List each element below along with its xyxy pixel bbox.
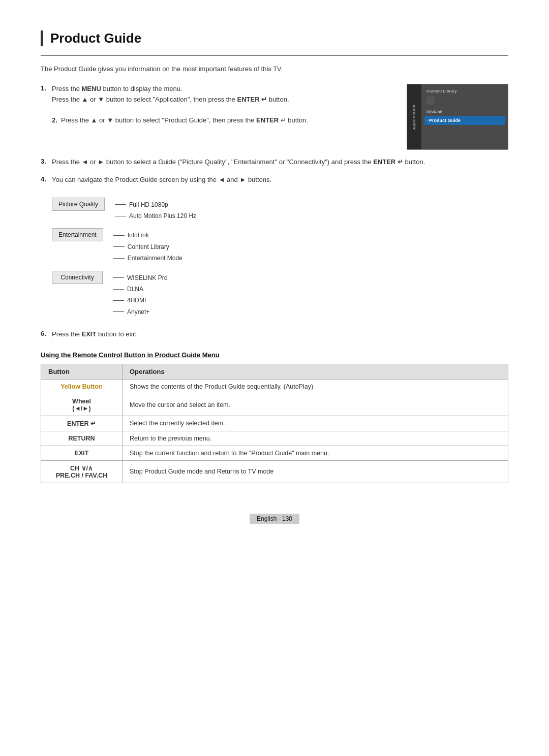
item-anynet-label: Anynet+: [127, 307, 149, 317]
step-4: 4. You can navigate the Product Guide sc…: [41, 175, 508, 185]
step-3-enter-bold: ENTER ↵: [373, 158, 403, 166]
item-entertainment-mode-label: Entertainment Mode: [128, 253, 182, 263]
tv-sidebar-label: Application: [411, 104, 418, 130]
item-4hdmi: 4HDMI: [113, 295, 167, 305]
category-entertainment: Entertainment: [52, 228, 103, 241]
step-1-menu-bold: MENU: [82, 85, 101, 92]
step-3-number: 3.: [41, 157, 52, 165]
dash-content-library: [113, 246, 125, 247]
table-header-row: Button Operations: [41, 364, 508, 379]
dash-entertainment-mode: [113, 258, 125, 259]
table-cell-operation: Return to the previous menu.: [123, 431, 508, 446]
step-6-exit-bold: EXIT: [82, 330, 97, 338]
item-wiselink-label: WISELINK Pro: [127, 273, 167, 283]
item-entertainment-mode: Entertainment Mode: [113, 253, 182, 263]
footer-badge: English - 130: [250, 514, 299, 524]
category-connectivity-box: Connectivity: [52, 271, 103, 284]
table-cell-button: Yellow Button: [41, 379, 123, 394]
table-cell-button: Wheel (◄/►): [41, 394, 123, 416]
step-1-line1-suffix: button to display the menu.: [101, 85, 182, 92]
table-row: Yellow ButtonShows the contents of the P…: [41, 379, 508, 394]
table-row: ENTER ↵Select the currently selected ite…: [41, 416, 508, 431]
step-1: 1. Press the MENU button to display the …: [41, 84, 508, 150]
item-dlna: DLNA: [113, 284, 167, 294]
step-2-enter-bold: ENTER: [256, 116, 279, 124]
guide-row-connectivity: Connectivity WISELINK Pro DLNA 4HDMI Any…: [52, 271, 508, 318]
table-cell-operation: Stop the current function and return to …: [123, 446, 508, 460]
tv-screenshot: Application Content Library InfoLink · P…: [407, 84, 508, 150]
item-full-hd: Full HD 1080p: [115, 200, 196, 210]
step-3: 3. Press the ◄ or ► button to select a G…: [41, 157, 508, 168]
step-4-content: You can navigate the Product Guide scree…: [52, 175, 508, 185]
category-entertainment-box: Entertainment: [52, 228, 103, 241]
table-cell-button: CH ∨/∧ PRE.CH / FAV.CH: [41, 460, 123, 483]
item-anynet: Anynet+: [113, 307, 167, 317]
guide-row-picture-quality: Picture Quality Full HD 1080p Auto Motio…: [52, 198, 508, 222]
dash-wiselink: [113, 277, 124, 278]
step-1-number: 1.: [41, 84, 52, 92]
dash-auto-motion: [115, 216, 126, 216]
item-auto-motion-label: Auto Motion Plus 120 Hz: [129, 211, 196, 221]
step-6-suffix: button to exit.: [96, 330, 138, 338]
item-auto-motion: Auto Motion Plus 120 Hz: [115, 211, 196, 221]
guide-diagram: Picture Quality Full HD 1080p Auto Motio…: [52, 198, 508, 318]
table-cell-button: EXIT: [41, 446, 123, 460]
item-dlna-label: DLNA: [127, 284, 143, 294]
step-6-number: 6.: [41, 329, 52, 337]
entertainment-items: InfoLink Content Library Entertainment M…: [103, 228, 182, 263]
connectivity-items: WISELINK Pro DLNA 4HDMI Anynet+: [103, 271, 167, 318]
category-picture-quality: Picture Quality: [52, 198, 105, 211]
item-4hdmi-label: 4HDMI: [127, 295, 146, 305]
item-infolink-label: InfoLink: [128, 230, 149, 240]
picture-quality-items: Full HD 1080p Auto Motion Plus 120 Hz: [105, 198, 196, 222]
step-2-number: 2.: [52, 116, 57, 124]
table-cell-operation: Move the cursor and select an item.: [123, 394, 508, 416]
table-cell-operation: Shows the contents of the Product Guide …: [123, 379, 508, 394]
dash-full-hd: [115, 204, 126, 205]
item-full-hd-label: Full HD 1080p: [129, 200, 168, 210]
dash-anynet: [113, 311, 124, 312]
col-button-header: Button: [41, 364, 123, 379]
step-6-content: Press the EXIT button to exit.: [52, 329, 508, 340]
table-row: CH ∨/∧ PRE.CH / FAV.CHStop Product Guide…: [41, 460, 508, 483]
tv-icon-row: [424, 96, 505, 106]
step-1-enter-bold: ENTER ↵: [237, 96, 267, 103]
step-1-text: Press the MENU button to display the men…: [52, 84, 391, 126]
table-row: EXITStop the current function and return…: [41, 446, 508, 460]
category-picture-quality-box: Picture Quality: [52, 198, 105, 211]
tv-infolink-label: InfoLink: [424, 108, 505, 116]
category-connectivity: Connectivity: [52, 271, 103, 284]
tv-menu: Content Library InfoLink · Product Guide: [421, 84, 508, 129]
page-title: Product Guide: [50, 30, 141, 46]
table-row: RETURNReturn to the previous menu.: [41, 431, 508, 446]
tv-icon: [426, 97, 435, 105]
dash-infolink: [113, 235, 125, 236]
step-1-content: Press the MENU button to display the men…: [52, 84, 508, 150]
step-3-text-prefix: Press the ◄ or ► button to select a Guid…: [52, 158, 373, 166]
dash-4hdmi: [113, 300, 124, 301]
table-cell-operation: Stop Product Guide mode and Returns to T…: [123, 460, 508, 483]
table-cell-button: RETURN: [41, 431, 123, 446]
remote-table-body: Yellow ButtonShows the contents of the P…: [41, 379, 508, 483]
title-divider: [41, 55, 508, 56]
step-3-content: Press the ◄ or ► button to select a Guid…: [52, 157, 508, 168]
step-4-number: 4.: [41, 175, 52, 183]
item-wiselink: WISELINK Pro: [113, 273, 167, 283]
table-cell-operation: Select the currently selected item.: [123, 416, 508, 431]
table-row: Wheel (◄/►)Move the cursor and select an…: [41, 394, 508, 416]
step-3-text-suffix: button.: [403, 158, 425, 166]
remote-section-title: Using the Remote Control Button in Produ…: [41, 351, 508, 359]
step-6-prefix: Press the: [52, 330, 82, 338]
tv-product-guide-item: · Product Guide: [424, 116, 505, 125]
tv-content-library-label: Content Library: [424, 87, 505, 96]
tv-sidebar: Application: [407, 84, 421, 149]
dash-dlna: [113, 289, 124, 290]
item-content-library: Content Library: [113, 242, 182, 252]
page-title-section: Product Guide: [41, 30, 508, 46]
remote-control-table: Button Operations Yellow ButtonShows the…: [41, 364, 508, 483]
item-content-library-label: Content Library: [128, 242, 169, 252]
intro-text: The Product Guide gives you information …: [41, 65, 508, 73]
step-2-text: Press the ▲ or ▼ button to select "Produ…: [61, 116, 308, 124]
table-cell-button: ENTER ↵: [41, 416, 123, 431]
col-operations-header: Operations: [123, 364, 508, 379]
